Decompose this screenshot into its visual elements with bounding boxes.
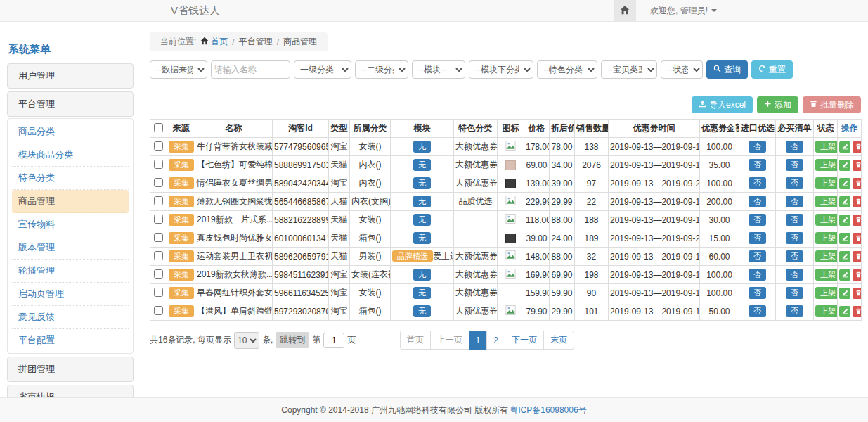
imported-toggle[interactable]: 否 <box>749 177 766 188</box>
imported-toggle[interactable]: 否 <box>749 196 766 207</box>
must-buy-toggle[interactable]: 否 <box>786 214 803 225</box>
must-buy-toggle[interactable]: 否 <box>786 250 803 262</box>
search-button[interactable]: 查询 <box>706 60 748 79</box>
edit-button[interactable] <box>839 269 850 281</box>
status-badge[interactable]: 上架 <box>815 177 838 188</box>
sidebar-item[interactable]: 版本管理 <box>12 236 129 260</box>
module-badge[interactable]: 无 <box>413 269 431 280</box>
sidebar-item[interactable]: 意见反馈 <box>12 306 129 329</box>
must-buy-toggle[interactable]: 否 <box>786 196 803 207</box>
filter-item-type[interactable]: --宝贝类型-- <box>601 60 657 79</box>
edit-button[interactable] <box>839 160 850 171</box>
delete-button[interactable] <box>853 215 862 226</box>
must-buy-toggle[interactable]: 否 <box>786 141 803 152</box>
delete-button[interactable] <box>853 288 862 299</box>
page-button[interactable]: 首页 <box>400 331 431 350</box>
module-badge[interactable]: 无 <box>413 305 431 316</box>
sidebar-item[interactable]: 模块商品分类 <box>12 143 129 167</box>
page-button[interactable]: 下一页 <box>505 331 544 350</box>
delete-button[interactable] <box>853 141 862 153</box>
name-search-input[interactable] <box>211 60 290 79</box>
delete-button[interactable] <box>853 160 862 171</box>
sidebar-item[interactable]: 轮播管理 <box>12 260 129 283</box>
imported-toggle[interactable]: 否 <box>749 159 766 170</box>
sidebar-section[interactable]: 拼团管理 <box>7 357 134 382</box>
imported-toggle[interactable]: 否 <box>749 250 766 262</box>
page-button[interactable]: 2 <box>486 331 505 350</box>
row-checkbox[interactable] <box>154 141 163 151</box>
edit-button[interactable] <box>839 141 850 153</box>
imported-toggle[interactable]: 否 <box>749 141 766 152</box>
delete-button[interactable] <box>853 251 862 262</box>
module-badge[interactable]: 无 <box>413 196 431 207</box>
breadcrumb-home-link[interactable]: 首页 <box>200 36 228 48</box>
module-badge[interactable]: 无 <box>413 159 431 170</box>
filter-module[interactable]: --模块-- <box>412 60 465 79</box>
edit-button[interactable] <box>839 196 850 207</box>
must-buy-toggle[interactable]: 否 <box>786 159 803 170</box>
module-badge[interactable]: 无 <box>413 141 431 152</box>
import-excel-button[interactable]: 导入excel <box>692 96 753 113</box>
status-badge[interactable]: 上架 <box>815 232 838 243</box>
status-badge[interactable]: 上架 <box>815 214 838 225</box>
reset-button[interactable]: 重置 <box>751 60 793 79</box>
row-checkbox[interactable] <box>154 306 163 315</box>
edit-button[interactable] <box>839 233 850 244</box>
imported-toggle[interactable]: 否 <box>749 305 766 316</box>
imported-toggle[interactable]: 否 <box>749 232 766 243</box>
edit-button[interactable] <box>839 288 850 299</box>
icp-link[interactable]: 粤ICP备16098006号 <box>510 404 586 416</box>
page-button[interactable]: 末页 <box>543 331 574 350</box>
jump-button[interactable]: 跳转到 <box>276 332 309 348</box>
row-checkbox[interactable] <box>154 178 163 187</box>
module-badge[interactable]: 品牌精选 <box>392 250 433 262</box>
row-checkbox[interactable] <box>154 251 163 260</box>
edit-button[interactable] <box>839 215 850 226</box>
delete-button[interactable] <box>853 196 862 207</box>
page-button[interactable]: 1 <box>469 331 488 350</box>
module-badge[interactable]: 无 <box>413 177 431 188</box>
delete-button[interactable] <box>853 269 862 281</box>
row-checkbox[interactable] <box>154 215 163 224</box>
filter-status[interactable]: --状态-- <box>661 60 703 79</box>
user-menu[interactable]: 欢迎您, 管理员! <box>636 5 868 17</box>
must-buy-toggle[interactable]: 否 <box>786 269 803 280</box>
module-badge[interactable]: 无 <box>413 232 431 243</box>
row-checkbox[interactable] <box>154 288 163 297</box>
filter-module-subcategory[interactable]: --模块下分类-- <box>469 60 533 79</box>
sidebar-item[interactable]: 商品管理 <box>12 190 129 213</box>
module-badge[interactable]: 无 <box>413 287 431 298</box>
status-badge[interactable]: 上架 <box>815 287 838 298</box>
row-checkbox[interactable] <box>154 196 163 205</box>
must-buy-toggle[interactable]: 否 <box>786 305 803 316</box>
edit-button[interactable] <box>839 251 850 262</box>
page-size-select[interactable]: 10 <box>234 332 259 349</box>
add-button[interactable]: 添加 <box>757 96 798 113</box>
jump-page-input[interactable] <box>323 333 344 348</box>
status-badge[interactable]: 上架 <box>815 269 838 280</box>
home-button[interactable] <box>614 0 636 21</box>
module-badge[interactable]: 无 <box>413 214 431 225</box>
must-buy-toggle[interactable]: 否 <box>786 177 803 188</box>
sidebar-section[interactable]: 平台管理 <box>7 91 134 117</box>
sidebar-item[interactable]: 启动页管理 <box>12 283 129 306</box>
imported-toggle[interactable]: 否 <box>749 214 766 225</box>
sidebar-item[interactable]: 平台配置 <box>12 329 129 352</box>
sidebar-section[interactable]: 用户管理 <box>7 63 134 89</box>
sidebar-item[interactable]: 宣传物料 <box>12 213 129 236</box>
must-buy-toggle[interactable]: 否 <box>786 287 803 298</box>
filter-data-source[interactable]: --数据来源-- <box>150 60 207 79</box>
delete-button[interactable] <box>853 306 862 317</box>
sidebar-item[interactable]: 特色分类 <box>12 167 129 190</box>
imported-toggle[interactable]: 否 <box>749 269 766 280</box>
delete-button[interactable] <box>853 178 862 189</box>
imported-toggle[interactable]: 否 <box>749 287 766 298</box>
batch-delete-button[interactable]: 批量删除 <box>803 96 861 113</box>
filter-level1-category[interactable]: 一级分类 <box>294 60 351 79</box>
status-badge[interactable]: 上架 <box>815 141 838 152</box>
must-buy-toggle[interactable]: 否 <box>786 232 803 243</box>
sidebar-section[interactable]: 省惠快报 <box>7 385 134 397</box>
filter-featured-category[interactable]: --特色分类-- <box>537 60 597 79</box>
edit-button[interactable] <box>839 306 850 317</box>
status-badge[interactable]: 上架 <box>815 305 838 316</box>
